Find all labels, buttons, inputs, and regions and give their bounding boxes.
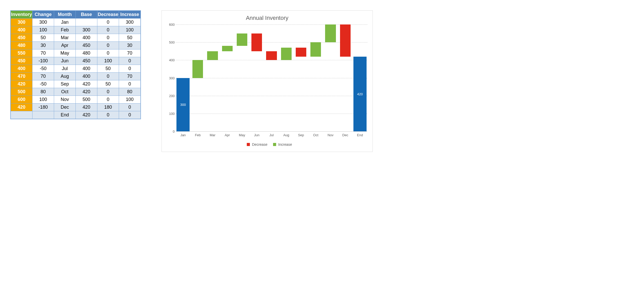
cell-increase: 0	[119, 57, 141, 65]
col-month: Month	[54, 11, 76, 19]
cell-change: -180	[32, 104, 54, 111]
cell-decrease: 0	[97, 42, 119, 49]
y-tick-label: 600	[167, 23, 175, 27]
cell-increase: 0	[119, 80, 141, 88]
y-tick-label: 0	[167, 130, 175, 133]
cell-increase: 0	[119, 111, 141, 119]
x-tick-label: Aug	[279, 133, 294, 137]
cell-increase: 100	[119, 96, 141, 104]
cell-change: -50	[32, 65, 54, 73]
legend-swatch-decrease	[247, 143, 250, 146]
bar-increase	[325, 24, 336, 42]
cell-decrease: 50	[97, 80, 119, 88]
col-inventory: Inventory	[11, 11, 32, 19]
bar-column: 420End	[353, 24, 367, 131]
col-decrease: Decrease	[97, 11, 119, 19]
bar-increase	[207, 51, 218, 60]
bar-column: Sep	[294, 24, 308, 131]
cell-month: Jan	[54, 19, 76, 26]
cell-decrease: 50	[97, 65, 119, 73]
cell-inventory: 500	[11, 88, 32, 96]
cell-decrease: 0	[97, 26, 119, 34]
table-row: 400-50Jul400500	[11, 65, 141, 73]
cell-base: 450	[76, 57, 97, 65]
table-row: 420-50Sep420500	[11, 80, 141, 88]
cell-base: 420	[76, 104, 97, 111]
table-row: 450-100Jun4501000	[11, 57, 141, 65]
y-tick-label: 400	[167, 58, 175, 62]
x-tick-label: End	[353, 133, 367, 137]
cell-decrease: 0	[97, 49, 119, 57]
cell-month: Sep	[54, 80, 76, 88]
bar-column: Jun	[249, 24, 264, 131]
cell-month: Jul	[54, 65, 76, 73]
bar-decrease	[266, 51, 277, 60]
col-increase: Increase	[119, 11, 141, 19]
cell-change: 80	[32, 88, 54, 96]
cell-change: 30	[32, 42, 54, 49]
x-tick-label: Apr	[220, 133, 235, 137]
cell-month: Oct	[54, 88, 76, 96]
x-tick-label: Jul	[264, 133, 279, 137]
cell-month: End	[54, 111, 76, 119]
cell-change: 300	[32, 19, 54, 26]
bar-column: Oct	[308, 24, 323, 131]
cell-base: 400	[76, 73, 97, 80]
cell-change	[32, 111, 54, 119]
y-tick-label: 100	[167, 112, 175, 115]
cell-month: Aug	[54, 73, 76, 80]
cell-change: 100	[32, 96, 54, 104]
x-tick-label: May	[235, 133, 249, 137]
bar-decrease	[296, 48, 306, 57]
bar-column: Nov	[323, 24, 338, 131]
cell-increase: 0	[119, 104, 141, 111]
cell-decrease: 0	[97, 88, 119, 96]
chart-legend: Decrease Increase	[167, 142, 367, 147]
cell-month: Dec	[54, 104, 76, 111]
cell-month: Mar	[54, 34, 76, 42]
x-tick-label: Jan	[176, 133, 190, 137]
cell-month: Feb	[54, 26, 76, 34]
bar-column: Feb	[190, 24, 205, 131]
x-tick-label: Dec	[338, 133, 353, 137]
x-tick-label: Feb	[190, 133, 205, 137]
cell-base: 500	[76, 96, 97, 104]
col-change: Change	[32, 11, 54, 19]
cell-base: 300	[76, 26, 97, 34]
legend-label-decrease: Decrease	[252, 142, 267, 147]
bar-increase	[192, 60, 203, 78]
bar-increase	[310, 42, 321, 56]
cell-decrease: 100	[97, 57, 119, 65]
chart-title: Annual Inventory	[167, 15, 367, 21]
cell-base: 400	[76, 65, 97, 73]
cell-increase: 70	[119, 49, 141, 57]
y-tick-label: 200	[167, 94, 175, 98]
x-tick-label: Oct	[308, 133, 323, 137]
cell-change: 70	[32, 49, 54, 57]
bar-column: Dec	[338, 24, 353, 131]
cell-inventory: 400	[11, 26, 32, 34]
cell-inventory	[11, 111, 32, 119]
cell-month: Nov	[54, 96, 76, 104]
cell-base: 420	[76, 80, 97, 88]
bar-increase	[281, 48, 292, 60]
waterfall-chart: Annual Inventory 0100200300400500600300J…	[162, 10, 373, 152]
y-tick-label: 500	[167, 40, 175, 44]
cell-change: 100	[32, 26, 54, 34]
bar-increase	[237, 33, 247, 46]
inventory-table: Inventory Change Month Base Decrease Inc…	[10, 10, 141, 119]
cell-increase: 50	[119, 34, 141, 42]
table-row: 420-180Dec4201800	[11, 104, 141, 111]
cell-month: Jun	[54, 57, 76, 65]
cell-base: 450	[76, 42, 97, 49]
cell-base: 480	[76, 49, 97, 57]
cell-decrease: 0	[97, 111, 119, 119]
cell-decrease: 180	[97, 104, 119, 111]
bar-value-label: 420	[353, 92, 367, 96]
bar-decrease	[340, 24, 351, 57]
table-row: 600100Nov5000100	[11, 96, 141, 104]
table-row: 55070May480070	[11, 49, 141, 57]
cell-decrease: 0	[97, 19, 119, 26]
cell-month: Apr	[54, 42, 76, 49]
col-base: Base	[76, 11, 97, 19]
